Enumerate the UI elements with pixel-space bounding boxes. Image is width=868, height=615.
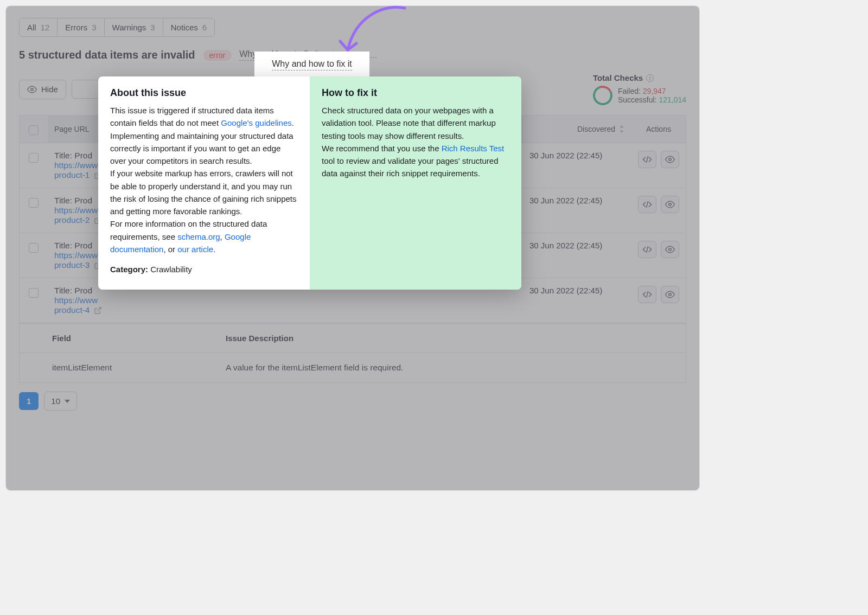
sub-col-desc: Issue Description — [226, 334, 653, 343]
success-count: 121,014 — [659, 95, 686, 104]
fix-column: How to fix it Check structured data on y… — [310, 76, 521, 290]
sub-col-field: Field — [52, 334, 226, 343]
fix-heading: How to fix it — [322, 87, 509, 99]
donut-chart-icon — [590, 83, 615, 108]
about-heading: About this issue — [110, 87, 298, 99]
eye-icon — [665, 200, 675, 209]
rich-results-test-link[interactable]: Rich Results Test — [442, 144, 505, 153]
preview-button[interactable] — [661, 241, 679, 258]
tab-count: 3 — [92, 23, 96, 32]
about-text: Implementing and maintaining your struct… — [110, 131, 293, 166]
row-checkbox[interactable] — [29, 153, 39, 163]
view-source-button[interactable] — [638, 241, 656, 258]
tab-label: All — [27, 23, 36, 32]
tab-errors[interactable]: Errors 3 — [58, 18, 104, 36]
per-page-value: 10 — [51, 396, 60, 406]
tab-notices[interactable]: Notices 6 — [163, 18, 214, 36]
eye-icon — [665, 155, 675, 164]
per-page-select[interactable]: 10 — [44, 392, 77, 411]
failed-label: Failed: — [618, 87, 641, 95]
tab-label: Notices — [171, 23, 198, 32]
external-link-icon — [94, 306, 102, 315]
col-discovered[interactable]: Discovered — [577, 125, 615, 133]
eye-icon — [665, 245, 675, 254]
row-url-link[interactable]: product-4 — [54, 305, 516, 315]
about-text: If your website markup has errors, crawl… — [110, 169, 297, 216]
code-icon — [642, 290, 652, 299]
svg-point-4 — [669, 293, 672, 296]
sort-icon[interactable] — [618, 125, 625, 133]
tab-label: Warnings — [112, 23, 146, 32]
row-url-link[interactable]: https://www — [54, 296, 516, 305]
sub-desc: A value for the itemListElement field is… — [226, 363, 653, 373]
success-label: Successful: — [618, 95, 657, 104]
col-url[interactable]: Page URL — [54, 125, 90, 133]
annotation-arrow-icon — [321, 4, 418, 63]
tab-all[interactable]: All 12 — [20, 18, 58, 36]
view-source-button[interactable] — [638, 151, 656, 168]
eye-icon — [665, 290, 675, 299]
code-icon — [642, 245, 652, 254]
our-article-link[interactable]: our article — [177, 245, 213, 254]
svg-point-1 — [669, 158, 672, 161]
svg-point-2 — [669, 203, 672, 206]
row-checkbox[interactable] — [29, 288, 39, 298]
fix-text: We recommend that you use the — [322, 144, 442, 153]
row-checkbox[interactable] — [29, 198, 39, 208]
app-container: All 12 Errors 3 Warnings 3 Notices 6 5 s… — [5, 5, 700, 491]
row-date: 30 Jun 2022 (22:45) — [523, 240, 631, 251]
row-date: 30 Jun 2022 (22:45) — [523, 150, 631, 161]
tab-count: 6 — [202, 23, 207, 32]
hide-button[interactable]: Hide — [19, 80, 66, 99]
view-source-button[interactable] — [638, 196, 656, 213]
pagination: 1 10 — [19, 392, 686, 411]
hide-label: Hide — [41, 85, 58, 94]
error-badge: error — [203, 50, 232, 61]
row-date: 30 Jun 2022 (22:45) — [523, 195, 631, 206]
category-value: Crawlability — [148, 265, 192, 274]
chevron-down-icon — [65, 400, 70, 403]
preview-button[interactable] — [661, 286, 679, 303]
svg-point-0 — [31, 88, 34, 91]
preview-button[interactable] — [661, 151, 679, 168]
tab-warnings[interactable]: Warnings 3 — [105, 18, 163, 36]
tab-count: 12 — [41, 23, 50, 32]
category-label: Category: — [110, 265, 148, 274]
total-checks-widget: Total Checks i Failed: 29,947 Successful… — [593, 73, 686, 105]
sub-field: itemListElement — [52, 363, 226, 373]
issue-explanation-popup: About this issue This issue is triggered… — [98, 76, 521, 290]
code-icon — [642, 200, 652, 209]
select-all-checkbox[interactable] — [29, 125, 39, 135]
filter-tabs: All 12 Errors 3 Warnings 3 Notices 6 — [19, 18, 215, 37]
view-source-button[interactable] — [638, 286, 656, 303]
about-column: About this issue This issue is triggered… — [98, 76, 310, 290]
info-icon[interactable]: i — [646, 74, 654, 82]
tab-label: Errors — [65, 23, 87, 32]
schema-org-link[interactable]: schema.org — [177, 232, 220, 241]
preview-button[interactable] — [661, 196, 679, 213]
page-title: 5 structured data items are invalid — [19, 49, 195, 61]
row-checkbox[interactable] — [29, 243, 39, 253]
total-checks-label: Total Checks — [593, 73, 643, 82]
tab-count: 3 — [150, 23, 155, 32]
row-date: 30 Jun 2022 (22:45) — [523, 285, 631, 296]
fix-text: Check structured data on your webpages w… — [322, 106, 496, 140]
failed-count: 29,947 — [643, 87, 666, 95]
page-1-button[interactable]: 1 — [19, 392, 39, 410]
col-actions: Actions — [646, 125, 671, 133]
issue-detail-table: Field Issue Description itemListElement … — [20, 323, 686, 382]
eye-icon — [27, 85, 37, 94]
code-icon — [642, 155, 652, 164]
google-guidelines-link[interactable]: Google's guidelines — [221, 118, 291, 127]
svg-point-3 — [669, 248, 672, 251]
